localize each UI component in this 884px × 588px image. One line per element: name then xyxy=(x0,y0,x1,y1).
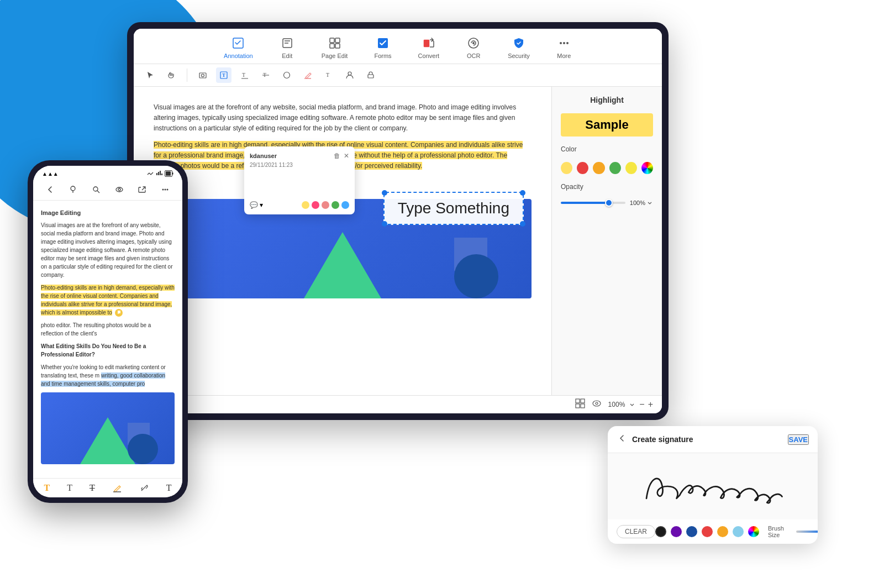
text-underline-tool[interactable]: T xyxy=(237,67,252,83)
comment-action-icon[interactable]: 💬 ▾ xyxy=(250,201,263,209)
color-option-multi[interactable] xyxy=(641,162,653,174)
more-icon xyxy=(556,35,572,51)
signature-footer: CLEAR Brush Size 2.4px xyxy=(608,519,818,544)
svg-point-43 xyxy=(167,189,169,191)
toolbar-page-edit[interactable]: Page Edit xyxy=(317,33,352,61)
signature-drawing xyxy=(608,453,818,519)
color-yellow[interactable] xyxy=(302,201,309,209)
toolbar-more[interactable]: More xyxy=(552,33,576,61)
color-blue[interactable] xyxy=(341,201,349,209)
type-something-box[interactable]: Type Something xyxy=(383,192,524,225)
ocr-icon xyxy=(466,35,481,51)
signature-panel: Create signature SAVE CLEAR Brush Size xyxy=(608,426,818,544)
eye-icon[interactable] xyxy=(592,398,602,411)
color-option-green[interactable] xyxy=(609,162,621,174)
svg-rect-7 xyxy=(335,44,340,48)
sig-color-multi[interactable] xyxy=(748,526,759,537)
toolbar-forms[interactable]: Forms xyxy=(370,33,396,61)
shape-tool[interactable] xyxy=(279,67,294,83)
svg-text:T: T xyxy=(326,72,329,78)
phone-section-2: What Editing Skills Do You Need to Be a … xyxy=(41,342,175,359)
page-edit-label: Page Edit xyxy=(322,53,348,59)
color-green[interactable] xyxy=(332,201,339,209)
user-tool[interactable] xyxy=(342,67,357,83)
sig-color-orange[interactable] xyxy=(717,526,728,537)
phone-status-icons xyxy=(147,170,173,177)
toolbar-annotation[interactable]: Annotation xyxy=(219,33,257,61)
sig-back-btn[interactable] xyxy=(617,433,628,446)
zoom-out-btn[interactable]: − xyxy=(639,400,644,410)
delete-comment-icon[interactable]: 🗑 xyxy=(334,152,340,160)
highlight-tool[interactable] xyxy=(300,67,315,83)
phone-highlight-tool[interactable] xyxy=(112,483,122,493)
svg-rect-15 xyxy=(199,73,206,78)
color-option-orange[interactable] xyxy=(593,162,604,174)
phone-image-circle xyxy=(128,434,158,464)
phone-toolbar xyxy=(33,179,182,201)
phone-location-btn[interactable] xyxy=(67,183,79,196)
text-strikethrough-tool[interactable]: T xyxy=(258,67,273,83)
toolbar-convert[interactable]: Convert xyxy=(414,33,444,61)
phone-search-btn[interactable] xyxy=(90,183,102,196)
phone-link-tool[interactable] xyxy=(139,483,149,493)
phone-more-tool[interactable]: T xyxy=(166,483,172,493)
sig-color-red[interactable] xyxy=(702,526,713,537)
handle-bl[interactable] xyxy=(382,221,387,227)
phone-paragraph-4: Whether you're looking to edit marketing… xyxy=(41,363,175,388)
color-option-yellow[interactable] xyxy=(561,162,572,174)
sig-color-purple[interactable] xyxy=(671,526,682,537)
stamp-tool[interactable] xyxy=(363,67,378,83)
phone-bottom-bar: T T T T xyxy=(33,478,182,497)
sig-title: Create signature xyxy=(632,435,693,444)
phone-more-btn[interactable] xyxy=(159,183,171,196)
zoom-in-btn[interactable]: + xyxy=(648,400,653,410)
phone-view-btn[interactable] xyxy=(113,183,125,196)
hand-tool[interactable] xyxy=(164,67,179,83)
opacity-thumb[interactable] xyxy=(605,199,613,207)
more-label: More xyxy=(557,53,571,59)
snapshot-tool[interactable] xyxy=(195,67,211,83)
sig-color-light-blue[interactable] xyxy=(733,526,744,537)
toolbar-edit[interactable]: Edit xyxy=(275,33,299,61)
opacity-slider[interactable] xyxy=(561,202,625,204)
close-comment-icon[interactable]: ✕ xyxy=(344,152,349,160)
toolbar-security[interactable]: Security xyxy=(503,33,534,61)
annotation-icon xyxy=(230,35,246,51)
signature-canvas[interactable] xyxy=(608,453,818,519)
comment-footer: 💬 ▾ xyxy=(250,201,349,209)
text-edit-tool[interactable]: T xyxy=(321,67,336,83)
handle-br[interactable] xyxy=(520,221,525,227)
toolbar-ocr[interactable]: OCR xyxy=(461,33,486,61)
color-option-red[interactable] xyxy=(577,162,588,174)
toolbar-divider xyxy=(187,69,187,82)
comment-date: 29/11/2021 11:23 xyxy=(250,162,349,168)
sig-save-button[interactable]: SAVE xyxy=(788,434,809,445)
forms-icon xyxy=(375,35,391,51)
phone-back-btn[interactable] xyxy=(44,183,56,196)
phone-text-tool[interactable]: T xyxy=(67,483,72,493)
phone-content: Image Editing Visual images are at the f… xyxy=(33,201,182,478)
color-option-bright-yellow[interactable] xyxy=(625,162,637,174)
phone-share-btn[interactable] xyxy=(136,183,148,196)
color-pink[interactable] xyxy=(322,201,329,209)
sig-clear-button[interactable]: CLEAR xyxy=(617,525,655,538)
thumbnail-icon[interactable] xyxy=(575,398,585,411)
svg-line-45 xyxy=(143,486,146,490)
handle-tl[interactable] xyxy=(382,190,387,196)
color-red[interactable] xyxy=(312,201,319,209)
content-area: Visual images are at the forefront of an… xyxy=(134,87,662,395)
sig-color-black[interactable] xyxy=(655,526,666,537)
phone-strikethrough-tool[interactable]: T xyxy=(90,483,95,493)
phone-bold-text-tool[interactable]: T xyxy=(44,483,50,493)
right-panel: Highlight Sample Color Opacity xyxy=(551,87,662,395)
cursor-tool[interactable] xyxy=(143,67,158,83)
comment-input[interactable] xyxy=(250,172,349,195)
sig-color-navy[interactable] xyxy=(686,526,697,537)
svg-rect-5 xyxy=(335,38,340,43)
sig-brush-slider[interactable] xyxy=(796,531,818,533)
handle-tr[interactable] xyxy=(520,190,525,196)
svg-point-23 xyxy=(284,72,290,78)
edit-icon xyxy=(280,35,295,51)
comment-color-options xyxy=(302,201,349,209)
text-tool[interactable]: T xyxy=(216,67,231,83)
